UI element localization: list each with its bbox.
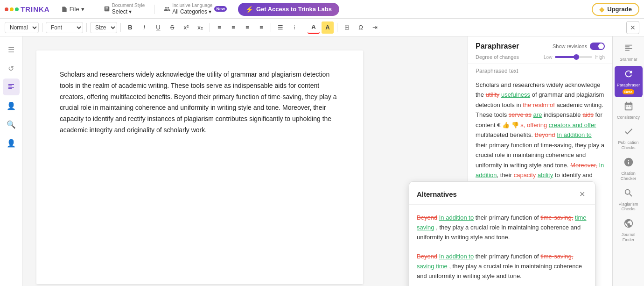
navbar: TRINKA File ▾ Document Style Select ▾ In… xyxy=(0,0,644,19)
upgrade-button[interactable]: ◆ Upgrade xyxy=(592,3,639,16)
size-select[interactable]: Size xyxy=(90,22,117,33)
bold-button[interactable]: B xyxy=(124,21,136,34)
toolbar-sep-6 xyxy=(304,23,304,32)
highlight-button[interactable]: A xyxy=(322,21,334,34)
lightning-icon: ⚡ xyxy=(245,6,253,13)
toggle-thumb xyxy=(598,43,604,49)
alternatives-close-button[interactable]: ✕ xyxy=(576,188,588,200)
ins-ability: ability xyxy=(538,172,553,179)
underline-button[interactable]: U xyxy=(152,21,164,34)
del-realm: the realm of xyxy=(523,101,555,108)
close-toolbar-button[interactable]: ✕ xyxy=(626,21,639,34)
font-select[interactable]: Font xyxy=(46,22,83,33)
get-access-button[interactable]: ⚡ Get Access to Trinka Labs xyxy=(238,3,339,16)
slider-thumb xyxy=(574,54,579,60)
logo-dot-red xyxy=(5,7,8,11)
journal-finder-rs-icon xyxy=(623,218,634,231)
ordered-list-button[interactable]: ☰ xyxy=(274,21,287,34)
editor-area[interactable]: Scholars and researchers widely acknowle… xyxy=(22,36,468,286)
alternative-item-1[interactable]: Beyond In addition to their primary func… xyxy=(417,208,588,247)
del-moreover: Moreover, xyxy=(570,162,597,169)
new-badge: New xyxy=(214,6,227,12)
show-revisions-label: Show revisions xyxy=(553,43,587,49)
del-aids: aids xyxy=(582,111,594,118)
slider-fill xyxy=(555,56,575,58)
paraphrased-text-label: Paraphrased text xyxy=(468,64,612,76)
logo-dots xyxy=(5,7,19,11)
toolbar-sep-3 xyxy=(120,23,121,32)
show-revisions-area: Show revisions xyxy=(553,43,605,50)
del-s-offering: s, offering xyxy=(520,122,547,129)
grammar-label: Grammar xyxy=(620,57,637,62)
editor-content[interactable]: Scholars and researchers widely acknowle… xyxy=(60,69,340,136)
align-justify-button[interactable]: ≡ xyxy=(255,21,267,34)
sidebar-search-icon[interactable]: 🔍 xyxy=(3,116,20,133)
sidebar-user-icon[interactable]: 👤 xyxy=(3,97,20,114)
sidebar-grammar-icon[interactable] xyxy=(3,79,20,95)
ins-in-addition: In addition to xyxy=(557,131,591,138)
main: ☰ ↺ 👤 🔍 👤 Scholars and researchers widel… xyxy=(0,36,644,286)
consistency-label: Consistency xyxy=(617,115,640,120)
align-left-button[interactable]: ≡ xyxy=(213,21,225,34)
indent-button[interactable]: ⇥ xyxy=(369,21,381,34)
alt1-del-timesaving: time-saving, xyxy=(540,214,573,221)
nav-inclusive-language[interactable]: Inclusive Language All Categories ▾ New xyxy=(160,1,231,17)
citation-checker-rs-icon xyxy=(623,157,634,170)
degree-label: Degree of changes xyxy=(476,54,519,60)
sidebar-item-grammar[interactable]: Grammar xyxy=(615,40,643,65)
inclusive-language-icon xyxy=(164,6,170,12)
sidebar-item-publication-checks[interactable]: Publication Checks xyxy=(615,123,643,153)
left-sidebar: ☰ ↺ 👤 🔍 👤 xyxy=(0,36,22,286)
align-right-button[interactable]: ≡ xyxy=(241,21,253,34)
alternatives-header: Alternatives ✕ xyxy=(409,182,595,205)
inclusive-labels: Inclusive Language All Categories ▾ xyxy=(172,3,212,15)
nav-document-style[interactable]: Document Style Select ▾ xyxy=(100,1,149,17)
toolbar: Normal Font Size B I U S x² x₂ ≡ ≡ ≡ ≡ ☰… xyxy=(0,19,644,36)
nav-file[interactable]: File ▾ xyxy=(57,4,88,14)
style-select[interactable]: Normal xyxy=(5,22,39,33)
consistency-rs-icon xyxy=(623,101,634,114)
file-icon xyxy=(61,6,68,13)
alt2-del-beyond: Beyond xyxy=(417,253,437,260)
upgrade-label: Upgrade xyxy=(607,6,632,13)
degree-slider-container: Low High xyxy=(544,55,605,60)
plagiarism-checks-label: Plagiarism Checks xyxy=(616,202,641,212)
toolbar-sep-7 xyxy=(337,23,337,32)
paraphraser-label: Paraphraser xyxy=(617,83,640,88)
sidebar-item-paraphraser[interactable]: Paraphraser Beta xyxy=(615,66,643,97)
align-center-button[interactable]: ≡ xyxy=(227,21,239,34)
alt2-ins-savingtime: saving time xyxy=(417,263,448,270)
sidebar-item-plagiarism-checks[interactable]: Plagiarism Checks xyxy=(615,185,643,215)
show-revisions-toggle[interactable] xyxy=(590,43,605,50)
citation-checker-label: Citation Checker xyxy=(616,171,641,181)
grammar-icon xyxy=(7,83,15,91)
sidebar-panel-icon[interactable]: ☰ xyxy=(3,41,20,58)
document-style-icon xyxy=(104,6,110,12)
alternative-item-2[interactable]: Beyond In addition to their primary func… xyxy=(417,247,588,286)
omega-button[interactable]: Ω xyxy=(355,21,367,34)
editor-page: Scholars and researchers widely acknowle… xyxy=(36,50,363,284)
del-beyond: Beyond xyxy=(534,131,555,138)
superscript-button[interactable]: x² xyxy=(180,21,192,34)
alternatives-title: Alternatives xyxy=(417,190,457,198)
sidebar-item-citation-checker[interactable]: Citation Checker xyxy=(615,154,643,184)
subscript-button[interactable]: x₂ xyxy=(194,21,206,34)
select-label: Select ▾ xyxy=(112,8,145,15)
strikethrough-button[interactable]: S xyxy=(166,21,178,34)
text-color-button[interactable]: A xyxy=(308,21,320,34)
sidebar-item-consistency[interactable]: Consistency xyxy=(615,98,643,123)
sidebar-history-icon[interactable]: ↺ xyxy=(3,60,20,77)
degree-slider[interactable] xyxy=(555,56,592,58)
journal-finder-label: Journal Finder xyxy=(616,232,641,243)
sidebar-item-journal-finder[interactable]: Journal Finder xyxy=(615,215,643,245)
alt2-ins-inaddition: In addition to xyxy=(439,253,474,260)
table-button[interactable]: ⊞ xyxy=(341,21,353,34)
toolbar-sep-5 xyxy=(271,23,271,32)
sidebar-person-icon[interactable]: 👤 xyxy=(3,135,20,151)
all-categories-label: All Categories ▾ xyxy=(172,8,212,15)
low-label: Low xyxy=(544,55,552,60)
italic-button[interactable]: I xyxy=(138,21,150,34)
right-sidebar: Grammar Paraphraser Beta Consistency Pub… xyxy=(612,36,644,286)
unordered-list-button[interactable]: ⁝ xyxy=(288,21,301,34)
paraphraser-title: Paraphraser xyxy=(476,42,519,50)
